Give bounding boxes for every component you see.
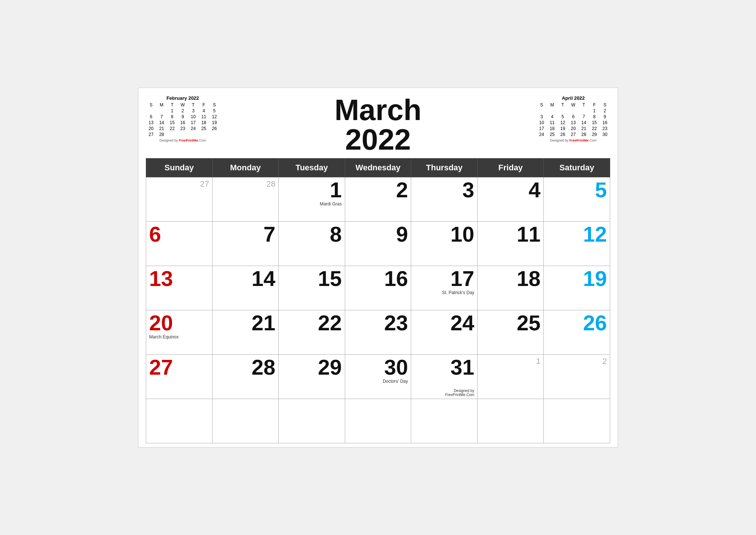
day-num-apr1: 1 [481,357,541,366]
col-sunday: Sunday [146,159,213,177]
feb-day-f: F [199,102,209,108]
feb-day-t1: T [167,102,178,108]
cell-mar5: 5 [544,177,610,222]
cell-mar19: 19 [544,266,610,310]
day-num-1: 1 [330,179,341,201]
day-num-19: 19 [547,268,607,289]
day-num-11: 11 [481,224,541,245]
col-saturday: Saturday [544,159,610,177]
main-calendar-table: Sunday Monday Tuesday Wednesday Thursday… [146,158,610,443]
feb-title: February 2022 [146,95,220,101]
cell-31-credit: Designed byFreePrintMe.Com [445,389,474,397]
day-num-6: 6 [149,224,209,245]
cell-mar30: 30 Doctors' Day [345,355,411,399]
holiday-mardi-gras: Mardi Gras [320,201,341,207]
feb-day-m: M [157,102,167,108]
cell-apr2: 2 [544,355,610,399]
week-row-1: 27 28 1 Mardi Gras 2 3 4 [146,177,610,222]
col-wednesday: Wednesday [345,159,411,177]
col-monday: Monday [212,159,279,177]
april-mini-calendar: April 2022 S M T W T F S [536,95,610,142]
cell-mar3: 3 [411,177,478,222]
main-title-section: March 2022 [220,95,536,154]
feb-week-3: 13 14 15 16 17 18 19 [146,120,220,126]
week-row-5: 27 28 29 30 Doctors' Day 31 [146,355,610,399]
cell-empty-6 [477,399,544,443]
feb-week-4: 20 21 22 23 24 25 26 [146,126,220,132]
main-month: March [234,95,522,125]
cell-mar17: 17 St. Patrick's Day [411,266,478,310]
day-num-12: 12 [547,224,607,245]
cell-mar12: 12 [544,222,610,266]
day-num-7: 7 [216,224,276,245]
cell-mar29: 29 [279,355,345,399]
cell-mar20: 20 March Equinox [146,310,213,355]
cell-mar7: 7 [212,222,279,266]
apr-week-1: 1 2 [536,108,610,114]
cell-mar27: 27 [146,355,213,399]
calendar-header-row: Sunday Monday Tuesday Wednesday Thursday… [146,159,610,177]
day-num-25: 25 [481,312,541,334]
cell-empty-1 [146,399,213,443]
day-num-14: 14 [216,268,276,289]
col-tuesday: Tuesday [279,159,345,177]
holiday-doctors: Doctors' Day [383,379,408,384]
cell-mar10: 10 [411,222,478,266]
cell-mar31: 31 Designed byFreePrintMe.Com [411,355,478,399]
cell-empty-4 [345,399,411,443]
cell-mar18: 18 [477,266,544,310]
day-num-24: 24 [414,312,474,334]
day-num-28: 28 [216,357,276,378]
week-row-4: 20 March Equinox 21 22 23 24 25 [146,310,610,355]
cell-mar26: 26 [544,310,610,355]
apr-day-m: M [547,102,558,108]
feb-week-5: 27 28 [146,132,220,137]
week-row-6 [146,399,610,443]
day-num-2: 2 [348,179,408,201]
day-num-20: 20 [149,312,173,334]
day-num-5: 5 [547,179,607,201]
main-year: 2022 [234,125,522,154]
cell-mar4: 4 [477,177,544,222]
feb-day-s2: S [209,102,220,108]
cell-apr1: 1 [477,355,544,399]
apr-week-3: 10 11 12 13 14 15 16 [536,120,610,126]
cell-empty-2 [212,399,279,443]
cell-mar15: 15 [279,266,345,310]
feb-day-w: W [178,102,188,108]
day-num-30: 30 [384,357,408,378]
day-num-26: 26 [547,312,607,334]
week-row-3: 13 14 15 16 17 St. Patrick's Day [146,266,610,310]
cell-mar21: 21 [212,310,279,355]
feb-day-s1: S [146,102,157,108]
feb-week-2: 6 7 8 9 10 11 12 [146,114,220,120]
day-num-9: 9 [348,224,408,245]
day-num-3: 3 [414,179,474,201]
cell-empty-7 [544,399,610,443]
week-row-2: 6 7 8 9 10 11 12 [146,222,610,266]
apr-day-t2: T [578,102,589,108]
feb-day-t2: T [188,102,199,108]
cell-mar22: 22 [279,310,345,355]
cell-empty-3 [279,399,345,443]
cell-mar9: 9 [345,222,411,266]
cell-mar14: 14 [212,266,279,310]
day-num-23: 23 [348,312,408,334]
holiday-stpatrick: St. Patrick's Day [442,290,474,295]
cell-mar6: 6 [146,222,213,266]
day-num-13: 13 [149,268,209,289]
col-friday: Friday [477,159,544,177]
top-section: February 2022 S M T W T F S [146,95,610,154]
apr-day-f: F [589,102,600,108]
cell-mar8: 8 [279,222,345,266]
day-num-21: 21 [216,312,276,334]
cell-mar25: 25 [477,310,544,355]
cell-feb28: 28 [212,177,279,222]
holiday-equinox: March Equinox [149,334,179,340]
apr-day-w: W [568,102,579,108]
day-num-feb28: 28 [216,179,276,189]
cell-mar11: 11 [477,222,544,266]
cell-mar13: 13 [146,266,213,310]
day-num-17: 17 [450,268,474,289]
cell-mar16: 16 [345,266,411,310]
